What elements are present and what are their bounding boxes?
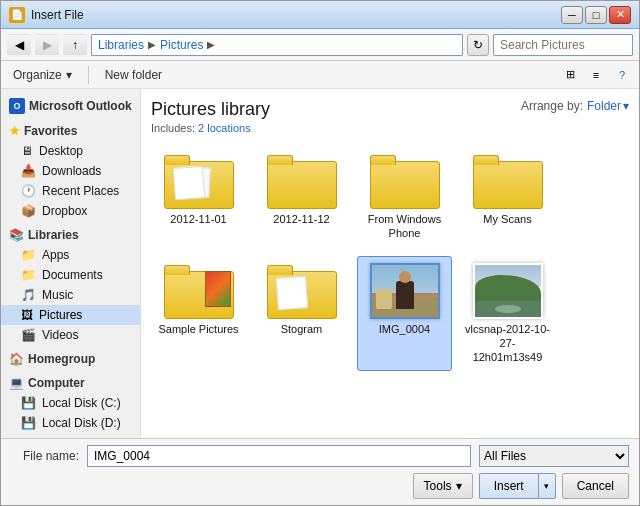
sidebar-item-videos[interactable]: 🎬 Videos	[1, 325, 140, 345]
back-button[interactable]: ◀	[7, 34, 31, 56]
addressbar: ◀ ▶ ↑ Libraries ▶ Pictures ▶ ↻	[1, 29, 639, 61]
tools-button[interactable]: Tools ▾	[413, 473, 473, 499]
img-0004-thumbnail	[370, 263, 440, 319]
folder-stogram[interactable]: Stogram	[254, 256, 349, 372]
locations-link[interactable]: 2 locations	[198, 122, 251, 134]
favorites-header[interactable]: ★ Favorites	[1, 121, 140, 141]
address-path[interactable]: Libraries ▶ Pictures ▶	[91, 34, 463, 56]
downloads-icon: 📥	[21, 164, 36, 178]
file-vlcsnap-label: vlcsnap-2012-10-27-12h01m13s49	[465, 322, 550, 365]
folder-2012-11-01-label: 2012-11-01	[170, 212, 226, 226]
folder-from-windows-phone[interactable]: From Windows Phone	[357, 146, 452, 248]
file-img-0004[interactable]: IMG_0004	[357, 256, 452, 372]
path-libraries[interactable]: Libraries	[98, 38, 144, 52]
favorites-star-icon: ★	[9, 124, 20, 138]
filetype-select[interactable]: All Files	[479, 445, 629, 467]
file-img-0004-label: IMG_0004	[379, 322, 430, 336]
libraries-label: Libraries	[28, 228, 79, 242]
folder-sample-pictures-icon	[164, 263, 234, 319]
sidebar-item-pictures[interactable]: 🖼 Pictures	[1, 305, 140, 325]
new-folder-label: New folder	[105, 68, 162, 82]
library-title: Pictures library	[151, 99, 270, 120]
recent-places-label: Recent Places	[42, 184, 119, 198]
path-sep-1: ▶	[148, 39, 156, 50]
documents-label: Documents	[42, 268, 103, 282]
insert-label: Insert	[494, 479, 524, 493]
details-view-button[interactable]: ≡	[585, 65, 607, 85]
sidebar-item-local-d[interactable]: 💾 Local Disk (D:)	[1, 413, 140, 433]
sidebar-item-dropbox[interactable]: 📦 Dropbox	[1, 201, 140, 221]
folder-2012-11-12-label: 2012-11-12	[273, 212, 329, 226]
help-button[interactable]: ?	[611, 65, 633, 85]
libraries-header[interactable]: 📚 Libraries	[1, 225, 140, 245]
outlook-section: O Microsoft Outlook	[1, 95, 140, 117]
folder-sample-pictures[interactable]: Sample Pictures	[151, 256, 246, 372]
new-folder-button[interactable]: New folder	[99, 66, 168, 84]
folder-my-scans[interactable]: My Scans	[460, 146, 555, 248]
videos-icon: 🎬	[21, 328, 36, 342]
sidebar-item-downloads[interactable]: 📥 Downloads	[1, 161, 140, 181]
computer-section: 💻 Computer 💾 Local Disk (C:) 💾 Local Dis…	[1, 373, 140, 433]
path-sep-2: ▶	[207, 39, 215, 50]
desktop-label: Desktop	[39, 144, 83, 158]
sidebar-item-apps[interactable]: 📁 Apps	[1, 245, 140, 265]
folder-2012-11-12-icon	[267, 153, 337, 209]
folder-2012-11-01[interactable]: 2012-11-01	[151, 146, 246, 248]
toolbar: Organize ▾ New folder ⊞ ≡ ?	[1, 61, 639, 89]
filename-label: File name:	[11, 449, 79, 463]
music-icon: 🎵	[21, 288, 36, 302]
subtitle-prefix: Includes:	[151, 122, 195, 134]
sidebar: O Microsoft Outlook ★ Favorites 🖥 Deskto…	[1, 89, 141, 438]
insert-button[interactable]: Insert	[479, 473, 538, 499]
file-vlcsnap[interactable]: vlcsnap-2012-10-27-12h01m13s49	[460, 256, 555, 372]
outlook-header[interactable]: O Microsoft Outlook	[1, 95, 140, 117]
local-d-icon: 💾	[21, 416, 36, 430]
insert-dropdown-button[interactable]: ▾	[538, 473, 556, 499]
folder-my-scans-label: My Scans	[483, 212, 531, 226]
up-button[interactable]: ↑	[63, 34, 87, 56]
computer-header[interactable]: 💻 Computer	[1, 373, 140, 393]
titlebar: 📄 Insert File ─ □ ✕	[1, 1, 639, 29]
sidebar-item-desktop[interactable]: 🖥 Desktop	[1, 141, 140, 161]
filename-input[interactable]	[87, 445, 471, 467]
libraries-icon: 📚	[9, 228, 24, 242]
sidebar-item-music[interactable]: 🎵 Music	[1, 285, 140, 305]
content-header: Pictures library Includes: 2 locations A…	[151, 99, 629, 134]
folder-windows-phone-icon	[370, 153, 440, 209]
main-area: O Microsoft Outlook ★ Favorites 🖥 Deskto…	[1, 89, 639, 438]
folder-stogram-icon	[267, 263, 337, 319]
folder-windows-phone-label: From Windows Phone	[362, 212, 447, 241]
organize-button[interactable]: Organize ▾	[7, 66, 78, 84]
organize-chevron: ▾	[66, 68, 72, 82]
sidebar-item-documents[interactable]: 📁 Documents	[1, 265, 140, 285]
file-grid: 2012-11-01 2012-11-12 From W	[151, 146, 629, 371]
music-label: Music	[42, 288, 73, 302]
window-title: Insert File	[31, 8, 84, 22]
organize-label: Organize	[13, 68, 62, 82]
refresh-button[interactable]: ↻	[467, 34, 489, 56]
local-c-label: Local Disk (C:)	[42, 396, 121, 410]
vlcsnap-thumbnail	[473, 263, 543, 319]
forward-button[interactable]: ▶	[35, 34, 59, 56]
path-pictures[interactable]: Pictures	[160, 38, 203, 52]
minimize-button[interactable]: ─	[561, 6, 583, 24]
cancel-label: Cancel	[577, 479, 614, 493]
insert-button-group: Insert ▾	[479, 473, 556, 499]
view-change-button[interactable]: ⊞	[559, 65, 581, 85]
cancel-button[interactable]: Cancel	[562, 473, 629, 499]
homegroup-header[interactable]: 🏠 Homegroup	[1, 349, 140, 369]
arrange-label: Arrange by:	[521, 99, 583, 113]
dropbox-icon: 📦	[21, 204, 36, 218]
outlook-icon: O	[9, 98, 25, 114]
close-button[interactable]: ✕	[609, 6, 631, 24]
folder-2012-11-12[interactable]: 2012-11-12	[254, 146, 349, 248]
sidebar-item-local-c[interactable]: 💾 Local Disk (C:)	[1, 393, 140, 413]
maximize-button[interactable]: □	[585, 6, 607, 24]
arrange-folder-button[interactable]: Folder ▾	[587, 99, 629, 113]
dropbox-label: Dropbox	[42, 204, 87, 218]
search-input[interactable]	[493, 34, 633, 56]
tools-label: Tools	[424, 479, 452, 493]
titlebar-buttons: ─ □ ✕	[561, 6, 631, 24]
sidebar-item-recent-places[interactable]: 🕐 Recent Places	[1, 181, 140, 201]
toolbar-right: ⊞ ≡ ?	[559, 65, 633, 85]
